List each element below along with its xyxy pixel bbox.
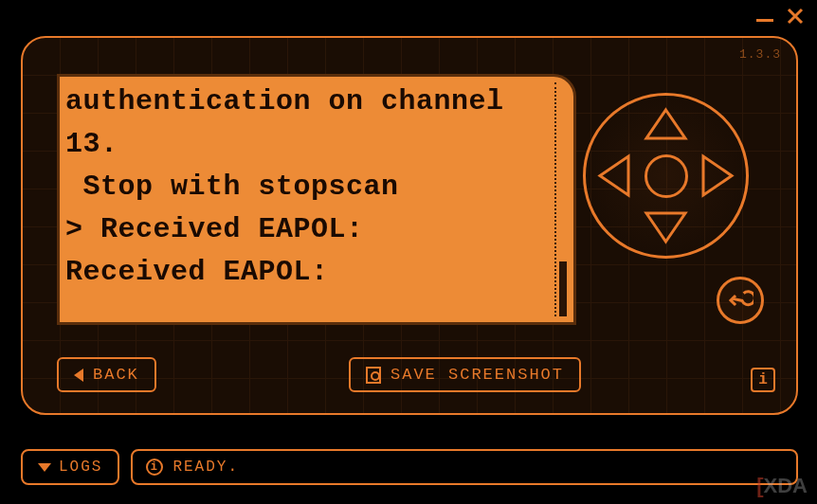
logs-button-label: LOGS bbox=[59, 459, 102, 476]
terminal-output: authentication on channel 13. Stop with … bbox=[65, 81, 554, 318]
status-info-icon: i bbox=[146, 459, 163, 476]
close-button[interactable] bbox=[787, 8, 804, 25]
save-screenshot-button[interactable]: SAVE SCREENSHOT bbox=[349, 357, 581, 392]
minimize-button[interactable] bbox=[756, 10, 773, 22]
dpad bbox=[583, 93, 749, 259]
watermark-text: XDA bbox=[764, 474, 808, 497]
save-icon bbox=[366, 367, 381, 384]
dpad-left-button[interactable] bbox=[596, 152, 632, 199]
dpad-up-button[interactable] bbox=[642, 106, 689, 142]
chevron-down-icon bbox=[38, 463, 51, 472]
undo-button[interactable] bbox=[717, 277, 764, 324]
main-panel: 1.3.3 authentication on channel 13. Stop… bbox=[21, 36, 798, 415]
save-screenshot-label: SAVE SCREENSHOT bbox=[390, 366, 564, 384]
back-button[interactable]: BACK bbox=[57, 357, 156, 392]
scroll-thumb[interactable] bbox=[559, 261, 567, 316]
version-label: 1.3.3 bbox=[739, 47, 781, 62]
status-text: READY. bbox=[172, 459, 239, 476]
dpad-right-button[interactable] bbox=[699, 152, 735, 199]
dpad-down-button[interactable] bbox=[642, 209, 689, 245]
status-bar: i READY. bbox=[131, 449, 798, 485]
watermark: [XDA bbox=[756, 474, 808, 498]
info-button[interactable]: i bbox=[751, 368, 775, 392]
back-button-label: BACK bbox=[93, 366, 139, 384]
chevron-left-icon bbox=[74, 369, 83, 382]
dpad-center-button[interactable] bbox=[645, 154, 688, 198]
terminal-screen: authentication on channel 13. Stop with … bbox=[57, 74, 576, 325]
logs-button[interactable]: LOGS bbox=[21, 449, 119, 485]
watermark-bracket: [ bbox=[756, 474, 763, 497]
scrollbar[interactable] bbox=[554, 82, 568, 316]
info-icon: i bbox=[758, 371, 768, 388]
